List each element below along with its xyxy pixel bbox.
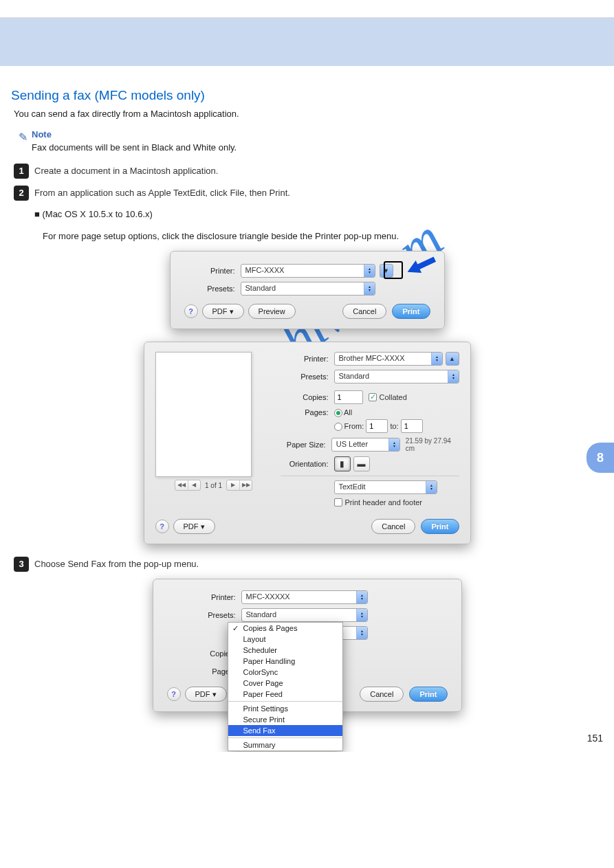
printer-label: Printer: — [184, 267, 235, 275]
print-dialog-popup: Printer: MFC-XXXXX Presets: Standard Cop… — [153, 579, 462, 712]
to-label: to: — [390, 422, 398, 430]
orientation-portrait[interactable]: ▮ — [334, 456, 351, 471]
papersize-label: Paper Size: — [281, 441, 326, 449]
copies-label: Copies: — [167, 649, 236, 658]
pages-from-radio[interactable] — [334, 423, 342, 431]
printer-select[interactable]: MFC-XXXXX — [241, 590, 368, 604]
highlight-expand — [384, 261, 403, 279]
papersize-select[interactable]: US Letter — [331, 438, 400, 452]
printer-select[interactable]: Brother MFC-XXXX — [334, 352, 443, 366]
menu-send-fax[interactable]: Send Fax — [228, 725, 342, 736]
note-label: Note — [32, 129, 600, 140]
menu-cover-page[interactable]: Cover Page — [228, 678, 342, 689]
side-tab-chapter: 8 — [586, 443, 614, 473]
menu-print-settings[interactable]: Print Settings — [228, 703, 342, 714]
top-bar — [0, 0, 614, 18]
step-2: 2 From an application such as Apple Text… — [14, 186, 607, 201]
papersize-dimensions: 21.59 by 27.94 cm — [406, 437, 459, 452]
presets-select[interactable]: Standard — [334, 370, 459, 383]
step-3-number: 3 — [14, 557, 29, 572]
intro-text: You can send a fax directly from a Macin… — [14, 107, 607, 121]
pdf-button[interactable]: PDF ▾ — [173, 519, 215, 534]
pages-label: Pages: — [281, 408, 329, 416]
print-button[interactable]: Print — [421, 519, 459, 534]
presets-label: Presets: — [184, 285, 235, 293]
note-icon: ✎ — [14, 129, 32, 155]
print-button[interactable]: Print — [392, 304, 430, 319]
help-button[interactable]: ? — [184, 304, 198, 318]
pdf-button[interactable]: PDF ▾ — [202, 304, 244, 319]
print-button[interactable]: Print — [409, 687, 447, 702]
menu-secure-print[interactable]: Secure Print — [228, 714, 342, 725]
menu-summary[interactable]: Summary — [228, 739, 342, 750]
note-text: Fax documents will be sent in Black and … — [32, 141, 600, 155]
copies-input[interactable] — [334, 390, 363, 404]
step-3: 3 Choose Send Fax from the pop-up menu. — [14, 557, 607, 572]
orientation-label: Orientation: — [281, 460, 329, 468]
step-2-number: 2 — [14, 186, 29, 201]
page-pager: ◀◀◀ 1 of 1 ▶▶▶ — [155, 480, 272, 491]
pager-prev-group[interactable]: ◀◀◀ — [175, 480, 201, 491]
step-2-text: From an application such as Apple TextEd… — [34, 186, 290, 201]
step-1: 1 Create a document in a Macintosh appli… — [14, 164, 607, 179]
preview-button[interactable]: Preview — [248, 304, 296, 319]
help-button[interactable]: ? — [155, 520, 169, 533]
copies-label: Copies: — [281, 393, 329, 401]
svg-marker-0 — [404, 253, 437, 278]
from-input[interactable] — [366, 419, 388, 433]
step-1-text: Create a document in a Macintosh applica… — [34, 164, 218, 179]
header-footer-checkbox[interactable] — [334, 498, 342, 507]
os-version-bullet: ■ (Mac OS X 10.5.x to 10.6.x) — [34, 208, 607, 221]
presets-label: Presets: — [167, 611, 236, 619]
pager-text: 1 of 1 — [205, 482, 222, 489]
page-content: manualshive.com Sending a fax (MFC model… — [0, 66, 614, 752]
print-dialog-collapsed: Printer: MFC-XXXX ▼ Presets: Standard ? … — [170, 251, 445, 329]
orientation-landscape[interactable]: ▬ — [353, 456, 370, 471]
menu-scheduler[interactable]: Scheduler — [228, 645, 342, 656]
printer-label: Printer: — [167, 593, 236, 601]
pdf-button[interactable]: PDF ▾ — [185, 687, 227, 702]
menu-copies-pages[interactable]: Copies & Pages — [228, 623, 342, 634]
print-dialog-expanded: ◀◀◀ 1 of 1 ▶▶▶ Printer: Brother MFC-XXXX… — [144, 342, 471, 544]
note-box: ✎ Note Fax documents will be sent in Bla… — [14, 129, 600, 155]
pages-all-radio[interactable] — [334, 409, 342, 417]
step-3-text: Choose Send Fax from the pop-up menu. — [34, 557, 199, 572]
cancel-button[interactable]: Cancel — [371, 519, 415, 534]
from-label: From: — [344, 422, 364, 430]
to-input[interactable] — [401, 419, 423, 433]
menu-layout[interactable]: Layout — [228, 634, 342, 645]
menu-paper-handling[interactable]: Paper Handling — [228, 656, 342, 667]
header-footer-label: Print header and footer — [345, 498, 423, 507]
page-number: 151 — [587, 733, 603, 744]
presets-select[interactable]: Standard — [241, 282, 375, 296]
collated-label: Collated — [380, 393, 407, 401]
expand-hint: For more page setup options, click the d… — [43, 230, 607, 243]
menu-colorsync[interactable]: ColorSync — [228, 667, 342, 678]
page-preview — [155, 352, 252, 477]
cancel-button[interactable]: Cancel — [342, 304, 386, 319]
cancel-button[interactable]: Cancel — [360, 687, 404, 702]
pointer-arrow-icon — [403, 250, 441, 285]
step-1-number: 1 — [14, 164, 29, 179]
pages-all-label: All — [344, 408, 352, 416]
printer-select[interactable]: MFC-XXXX — [241, 264, 375, 278]
collated-checkbox[interactable] — [369, 393, 377, 401]
options-dropdown[interactable]: Copies & Pages Layout Scheduler Paper Ha… — [228, 622, 343, 751]
menu-paper-feed[interactable]: Paper Feed — [228, 689, 342, 700]
pages-label: Pages: — [167, 667, 236, 676]
app-options-select[interactable]: TextEdit — [334, 480, 437, 494]
printer-label: Printer: — [281, 355, 329, 363]
collapse-button[interactable]: ▲ — [446, 352, 459, 366]
presets-label: Presets: — [281, 372, 329, 381]
section-title: Sending a fax (MFC models only) — [11, 88, 607, 103]
presets-select[interactable]: Standard — [241, 608, 368, 622]
page-banner — [0, 18, 614, 66]
help-button[interactable]: ? — [167, 687, 181, 701]
pager-next-group[interactable]: ▶▶▶ — [226, 480, 252, 491]
